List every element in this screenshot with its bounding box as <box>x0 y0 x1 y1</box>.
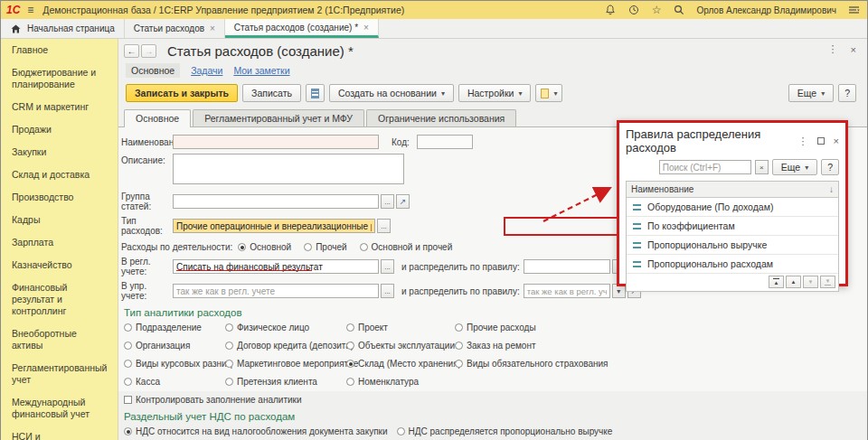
nav-link-main[interactable]: Основное <box>126 63 180 78</box>
tab-expense-items-list[interactable]: Статьи расходов × <box>125 19 225 38</box>
control-analytics-checkbox[interactable]: Контролировать заполнение аналитики <box>124 395 302 405</box>
nav-link-tasks[interactable]: Задачи <box>191 65 222 76</box>
sidebar-item-main[interactable]: Главное <box>1 39 118 61</box>
popup-close-icon[interactable]: × <box>834 136 839 146</box>
popup-more-icon[interactable]: ⋮ <box>798 136 808 147</box>
form-close-icon[interactable]: × <box>851 44 856 55</box>
analytics-option-individual[interactable]: Физическое лицо <box>225 323 343 332</box>
distribute-rule-input[interactable] <box>524 259 610 274</box>
form-tab-usage-restriction[interactable]: Ограничение использования <box>366 109 516 126</box>
sidebar-item-warehouse[interactable]: Склад и доставка <box>1 164 118 186</box>
sidebar-item-noncurrent-assets[interactable]: Внеоборотные активы <box>1 323 118 357</box>
form-tab-regulated[interactable]: Регламентированный учет и МФУ <box>193 109 364 126</box>
sidebar-item-payroll[interactable]: Зарплата <box>1 231 118 254</box>
nav-link-notes[interactable]: Мои заметки <box>233 65 289 76</box>
sidebar-item-hr[interactable]: Кадры <box>1 209 118 231</box>
table-row[interactable]: По коэффициентам <box>627 217 838 236</box>
analytics-option-other-expenses[interactable]: Прочие расходы <box>455 323 854 332</box>
table-row[interactable]: Пропорционально расходам <box>627 255 838 274</box>
table-header[interactable]: Наименование ↓ <box>627 182 838 198</box>
group-open-button[interactable]: ↗ <box>396 194 410 209</box>
description-input[interactable] <box>173 154 404 184</box>
back-button[interactable]: ← <box>124 44 139 58</box>
analytics-option-department[interactable]: Подразделение <box>124 323 222 332</box>
settings-button[interactable]: Настройки▾ <box>458 84 532 102</box>
activity-option-main[interactable]: Основной <box>238 242 291 252</box>
tab-close-icon[interactable]: × <box>363 23 369 33</box>
analytics-option-operation-objects[interactable]: Объекты эксплуатации <box>346 341 451 351</box>
favorites-star-icon[interactable]: ☆ <box>652 5 662 15</box>
forward-button[interactable]: → <box>141 44 156 58</box>
save-button[interactable]: Записать <box>242 84 301 102</box>
sidebar-item-purchases[interactable]: Закупки <box>1 141 118 164</box>
analytics-option-marketing-event[interactable]: Маркетинговое мероприятие <box>225 359 343 369</box>
mgmt-accounting-choose-button[interactable]: ... <box>381 284 394 298</box>
history-icon[interactable] <box>628 5 640 16</box>
name-input[interactable] <box>173 135 379 149</box>
popup-maximize-icon[interactable] <box>817 137 825 145</box>
analytics-option-organization[interactable]: Организация <box>124 341 222 351</box>
analytics-option-repair-order[interactable]: Заказ на ремонт <box>455 341 854 351</box>
bar-icon <box>825 285 831 286</box>
distribute-rule-label: и распределить по правилу: <box>401 286 520 296</box>
analytics-option-customer-claim[interactable]: Претензия клиента <box>225 377 343 387</box>
analytics-option-loan-agreement[interactable]: Договор кредита (депозита) <box>225 341 343 351</box>
activity-option-main-and-other[interactable]: Основной и прочей <box>360 242 453 252</box>
mgmt-accounting-input[interactable] <box>173 284 379 298</box>
expense-type-input[interactable] <box>173 219 375 233</box>
vat-option-proportional-revenue[interactable]: НДС распределяется пропорционально выруч… <box>397 426 613 436</box>
popup-search-input[interactable] <box>659 160 751 174</box>
reg-accounting-input[interactable] <box>173 259 379 274</box>
sidebar-item-treasury[interactable]: Казначейство <box>1 254 118 276</box>
analytics-option-mandatory-insurance[interactable]: Виды обязательного страхования <box>455 359 854 369</box>
analytics-option-exchange-differences[interactable]: Виды курсовых разниц <box>124 359 222 369</box>
service-menu-icon[interactable] <box>848 5 860 16</box>
popup-help-button[interactable]: ? <box>821 159 839 175</box>
group-choose-button[interactable]: ... <box>381 194 394 209</box>
sidebar-item-regulated-accounting[interactable]: Регламентированный учет <box>1 357 118 391</box>
sort-down-icon: ↓ <box>829 184 834 194</box>
create-based-on-button[interactable]: Создать на основании▾ <box>329 84 454 102</box>
current-user-name[interactable]: Орлов Александр Владимирович <box>696 5 836 15</box>
tab-expense-item-create[interactable]: Статья расходов (создание) * × <box>225 19 379 38</box>
popup-more-button[interactable]: Еще▾ <box>772 159 817 175</box>
analytics-option-cash-desk[interactable]: Касса <box>124 377 222 387</box>
mgmt-distribute-rule-input[interactable] <box>524 284 610 298</box>
sidebar-item-nsi-administration[interactable]: НСИ и администрирование <box>1 426 118 440</box>
form-more-icon[interactable]: ⋮ <box>828 43 838 55</box>
notifications-bell-icon[interactable] <box>605 5 617 16</box>
analytics-option-project[interactable]: Проект <box>346 323 451 332</box>
table-row[interactable]: Пропорционально выручке <box>627 236 838 255</box>
group-input[interactable] <box>173 194 379 209</box>
help-button[interactable]: ? <box>838 84 856 102</box>
sidebar-item-crm[interactable]: CRM и маркетинг <box>1 96 118 118</box>
sidebar-item-international-accounting[interactable]: Международный финансовый учет <box>1 391 118 426</box>
search-icon[interactable] <box>673 5 684 16</box>
expense-type-choose-button[interactable]: ... <box>377 219 391 233</box>
save-and-close-button[interactable]: Записать и закрыть <box>126 84 238 102</box>
sidebar-item-sales[interactable]: Продажи <box>1 118 118 141</box>
tab-home[interactable]: Начальная страница <box>1 19 125 38</box>
go-down-button[interactable]: ▼ <box>803 276 818 288</box>
sidebar-item-budgeting[interactable]: Бюджетирование и планирование <box>1 61 118 96</box>
tab-close-icon[interactable]: × <box>210 23 215 33</box>
main-menu-icon[interactable]: ≡ <box>27 4 33 16</box>
popup-search-clear-icon[interactable]: × <box>755 160 769 174</box>
code-input[interactable] <box>417 135 473 149</box>
go-last-button[interactable]: ▼ <box>820 276 835 288</box>
go-up-button[interactable]: ▲ <box>786 276 801 288</box>
show-in-list-button[interactable] <box>306 84 325 102</box>
reports-button[interactable]: ▾ <box>535 84 562 102</box>
reg-accounting-choose-button[interactable]: ... <box>381 259 394 274</box>
vat-option-purchase-document[interactable]: НДС относится на вид налогообложения док… <box>124 426 388 436</box>
radio-label: Договор кредита (депозита) <box>237 341 354 351</box>
analytics-option-warehouse[interactable]: Склад (Место хранения) <box>346 359 451 369</box>
go-first-button[interactable]: ▲ <box>769 276 784 288</box>
table-row[interactable]: Оборудование (По доходам) <box>627 198 838 217</box>
more-button[interactable]: Еще▾ <box>788 84 834 102</box>
analytics-option-nomenclature[interactable]: Номенклатура <box>346 377 451 387</box>
sidebar-item-production[interactable]: Производство <box>1 186 118 209</box>
sidebar-item-fin-result[interactable]: Финансовый результат и контроллинг <box>1 276 118 323</box>
activity-option-other[interactable]: Прочей <box>304 242 346 252</box>
form-tab-main[interactable]: Основное <box>124 109 191 127</box>
